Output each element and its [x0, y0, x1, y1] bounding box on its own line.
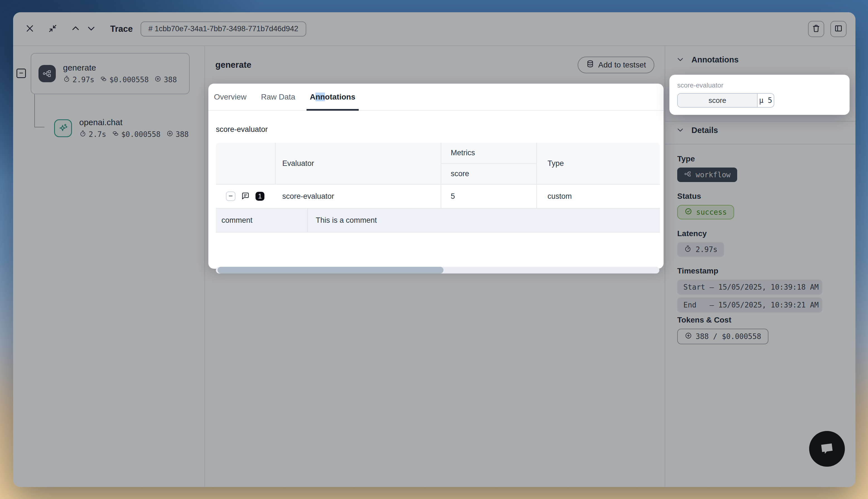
tab-raw-data[interactable]: Raw Data: [258, 84, 299, 110]
cell-evaluator: score-evaluator: [276, 184, 441, 208]
cell-score: 5: [441, 184, 537, 208]
comment-icon: [241, 192, 250, 201]
comment-button[interactable]: [240, 191, 251, 201]
column-header-evaluator: Evaluator: [282, 159, 314, 168]
evaluator-heading: score-evaluator: [216, 125, 268, 134]
minus-icon: [228, 193, 234, 200]
horizontal-scrollbar-track: [216, 267, 659, 273]
cell-type: custom: [537, 184, 660, 208]
annotation-score-card: score-evaluator score μ 5: [670, 75, 849, 115]
column-header-type: Type: [547, 159, 564, 168]
tab-overview[interactable]: Overview: [210, 84, 250, 110]
horizontal-scrollbar-thumb[interactable]: [218, 267, 444, 273]
tab-annotations[interactable]: Annotations: [306, 84, 359, 110]
annotations-table: Evaluator Metrics score Type: [216, 143, 660, 232]
table-row: 1 score-evaluator 5 custom: [216, 184, 660, 208]
row-checkbox-indeterminate[interactable]: [226, 192, 236, 201]
text-selection: nn: [315, 93, 325, 101]
evaluator-name-label: score-evaluator: [677, 82, 842, 89]
annotations-tab-content: score-evaluator Evaluator Metrics score: [216, 111, 660, 269]
score-metric-button[interactable]: score: [678, 94, 758, 107]
tab-bar: Overview Raw Data Annotations: [208, 84, 664, 111]
comment-key-cell: comment: [216, 208, 308, 232]
span-tabs-card: Overview Raw Data Annotations score-eval…: [208, 84, 664, 269]
comment-expanded-row: comment This is a comment: [216, 208, 660, 232]
column-header-metrics: Metrics: [451, 149, 475, 157]
comment-count-badge: 1: [255, 192, 264, 201]
mean-score-value: μ 5: [758, 94, 774, 107]
table-header: Evaluator Metrics score Type: [216, 143, 660, 184]
score-metric-pill: score μ 5: [677, 93, 774, 108]
trace-modal: Trace # 1cbb70e7-34a1-7bb7-3498-771b7d46…: [13, 12, 855, 487]
subcolumn-header-score: score: [451, 170, 469, 178]
comment-value-cell: This is a comment: [308, 208, 660, 232]
